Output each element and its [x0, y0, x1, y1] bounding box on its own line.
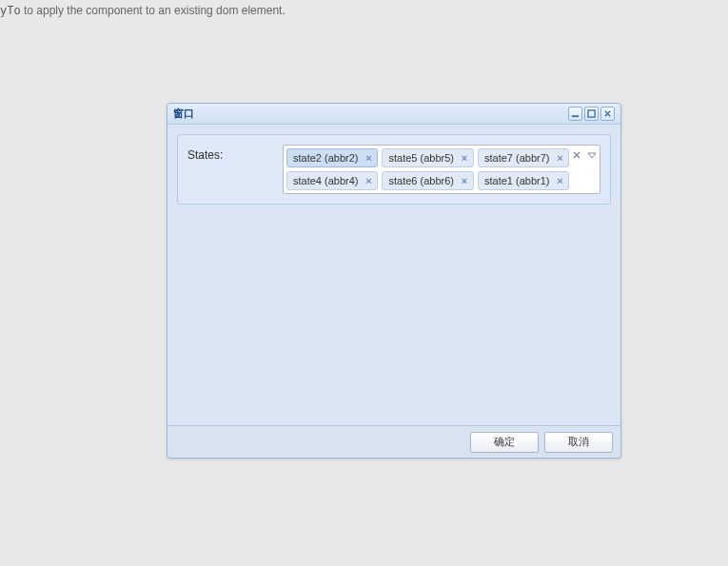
tag-label: state4 (abbr4): [293, 175, 358, 186]
header-rest: to apply the component to an existing do…: [21, 4, 285, 17]
code-fragment: yTo: [0, 5, 21, 18]
tag-item[interactable]: state1 (abbr1)×: [478, 171, 569, 190]
tag-remove-icon[interactable]: ×: [362, 151, 375, 165]
window-titlebar[interactable]: 窗口: [167, 104, 620, 125]
tag-remove-icon[interactable]: ×: [553, 174, 566, 187]
states-tagfield[interactable]: state2 (abbr2)×state5 (abbr5)×state7 (ab…: [283, 145, 600, 194]
tag-label: state2 (abbr2): [293, 152, 358, 164]
ok-button[interactable]: 确定: [470, 432, 539, 453]
tag-item[interactable]: state7 (abbr7)×: [478, 148, 569, 167]
svg-rect-1: [588, 110, 595, 117]
body-spacer: [177, 205, 611, 416]
tag-remove-icon[interactable]: ×: [458, 174, 471, 187]
maximize-button[interactable]: [584, 107, 599, 121]
window-body: States: state2 (abbr2)×state5 (abbr5)×st…: [167, 125, 620, 425]
tag-label: state1 (abbr1): [484, 175, 549, 186]
minimize-button[interactable]: [568, 107, 582, 121]
tag-item[interactable]: state2 (abbr2)×: [286, 148, 378, 167]
window-tools: [568, 107, 615, 121]
tag-remove-icon[interactable]: ×: [458, 151, 471, 165]
window-title: 窗口: [173, 107, 568, 121]
window-footer: 确定 取消: [167, 425, 620, 458]
tag-remove-icon[interactable]: ×: [553, 151, 566, 165]
tag-remove-icon[interactable]: ×: [362, 174, 375, 187]
tag-item[interactable]: state6 (abbr6)×: [382, 171, 473, 190]
close-button[interactable]: [600, 107, 615, 121]
page-header-text: yTo to apply the component to an existin…: [0, 4, 285, 18]
tag-item[interactable]: state4 (abbr4)×: [286, 171, 378, 190]
tag-label: state6 (abbr6): [388, 175, 453, 186]
tag-label: state5 (abbr5): [388, 152, 453, 164]
svg-rect-0: [572, 115, 579, 117]
tag-item[interactable]: state5 (abbr5)×: [382, 148, 473, 167]
states-field-label: States:: [187, 145, 273, 162]
cancel-button[interactable]: 取消: [544, 432, 613, 453]
dropdown-trigger-icon[interactable]: [586, 147, 598, 163]
window: 窗口 States: state2 (abbr2)×state5 (abbr5)…: [167, 103, 621, 459]
clear-icon[interactable]: [571, 147, 582, 163]
form-panel: States: state2 (abbr2)×state5 (abbr5)×st…: [177, 134, 611, 205]
tag-label: state7 (abbr7): [484, 152, 549, 164]
tagfield-triggers: [571, 147, 598, 163]
